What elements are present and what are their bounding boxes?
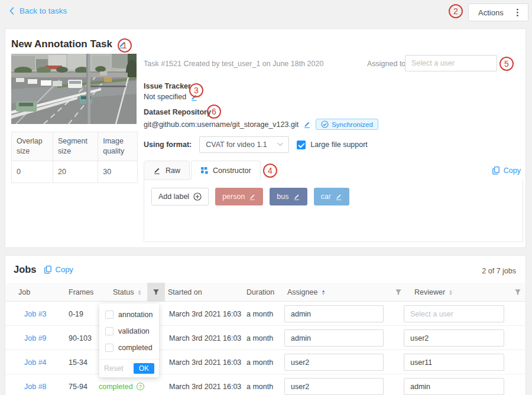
callout-6: 6 xyxy=(207,105,221,119)
using-format-label: Using format: xyxy=(144,141,192,149)
job-frames: 90-103 xyxy=(69,326,92,350)
job-link[interactable]: Job #9 xyxy=(24,326,47,350)
actions-button[interactable]: Actions ⋮ xyxy=(468,4,528,21)
assignee-filter-button[interactable] xyxy=(390,283,407,302)
column-reviewer[interactable]: Reviewer ▲▼ xyxy=(414,283,453,302)
issue-tracker-label: Issue Tracker xyxy=(144,82,191,90)
sync-badge-label: Synchronized xyxy=(332,121,373,128)
large-file-support-checkbox[interactable] xyxy=(297,141,306,149)
reviewer-input[interactable] xyxy=(404,378,504,395)
job-frames: 0-19 xyxy=(69,302,83,326)
job-status: completed ? xyxy=(99,374,144,395)
kebab-menu-icon[interactable]: ⋮ xyxy=(513,7,522,18)
tab-raw[interactable]: Raw xyxy=(144,161,190,180)
label-tag-bus[interactable]: bus xyxy=(270,188,307,205)
check-circle-icon xyxy=(321,120,329,128)
edit-repository-icon[interactable] xyxy=(303,120,311,128)
column-started-on: Started on xyxy=(168,283,202,302)
jobs-card: Jobs Copy 2 of 7 jobs Job Frames Status … xyxy=(5,255,526,395)
column-job: Job xyxy=(18,283,30,302)
filter-reset-button[interactable]: Reset xyxy=(104,364,124,373)
task-details-card: New Annotation Task 1 xyxy=(5,28,526,248)
label-tag-person-name: person xyxy=(222,192,245,201)
reviewer-sorter[interactable]: ▲▼ xyxy=(449,289,453,295)
chevron-left-icon xyxy=(8,6,15,15)
label-tag-car[interactable]: car xyxy=(314,188,349,205)
issue-tracker-value: Not specified xyxy=(144,93,186,101)
edit-label-icon[interactable] xyxy=(335,193,342,200)
blocks-icon xyxy=(200,167,208,174)
param-header-segment: Segment size xyxy=(53,132,98,161)
status-filter-button[interactable] xyxy=(147,283,165,302)
tab-raw-label: Raw xyxy=(166,167,180,175)
status-sorter[interactable]: ▲▼ xyxy=(137,289,141,295)
param-header-quality: Image quality xyxy=(98,132,138,161)
copy-labels-link[interactable]: Copy xyxy=(492,166,521,175)
assignee-input[interactable] xyxy=(284,354,384,371)
job-row: Job #8 75-94 completed ? March 3rd 2021 … xyxy=(5,374,525,395)
edit-label-icon[interactable] xyxy=(249,193,256,200)
reviewer-filter-button[interactable] xyxy=(509,283,527,302)
filter-option-validation[interactable]: validation xyxy=(99,323,159,339)
job-row: Job #9 90-103 March 3rd 2021 16:03 a mon… xyxy=(5,326,525,350)
copy-icon xyxy=(44,265,52,274)
jobs-table-header: Job Frames Status ▲▼ Started on Duration… xyxy=(5,283,525,302)
callout-2: 2 xyxy=(449,4,463,18)
filter-ok-button[interactable]: OK xyxy=(134,363,154,374)
assignee-input[interactable] xyxy=(284,329,384,347)
job-frames: 15-34 xyxy=(69,350,87,374)
large-file-support-label: Large file support xyxy=(310,141,368,149)
param-header-overlap: Overlap size xyxy=(12,132,53,161)
validation-checkbox[interactable] xyxy=(105,327,113,335)
param-value-segment: 20 xyxy=(53,161,98,182)
callout-3: 3 xyxy=(189,83,203,97)
task-assignee-input[interactable] xyxy=(405,55,497,71)
format-select[interactable]: CVAT for video 1.1 xyxy=(199,136,289,153)
label-tag-person[interactable]: person xyxy=(215,188,263,205)
filter-option-completed[interactable]: completed xyxy=(99,339,159,356)
edit-label-icon[interactable] xyxy=(293,193,300,200)
task-title: New Annotation Task xyxy=(11,38,112,50)
tab-constructor[interactable]: Constructor xyxy=(191,161,261,180)
jobs-count: 2 of 7 jobs xyxy=(482,267,516,275)
task-params-table: Overlap size Segment size Image quality … xyxy=(11,132,138,183)
sync-status-badge: Synchronized xyxy=(316,119,378,130)
tab-constructor-label: Constructor xyxy=(213,167,251,175)
job-link[interactable]: Job #3 xyxy=(24,302,47,326)
copy-icon xyxy=(492,166,500,175)
back-to-tasks-link[interactable]: Back to tasks xyxy=(8,6,67,15)
completed-checkbox[interactable] xyxy=(105,344,113,352)
param-value-quality: 30 xyxy=(98,161,138,182)
job-duration: a month xyxy=(246,350,273,374)
reviewer-input[interactable] xyxy=(404,305,504,322)
chevron-down-icon xyxy=(277,141,284,148)
column-status[interactable]: Status ▲▼ xyxy=(113,283,141,302)
job-started: March 3rd 2021 16:03 xyxy=(169,326,241,350)
labels-tabs: Raw Constructor Copy xyxy=(144,161,523,181)
label-tag-bus-name: bus xyxy=(277,192,288,201)
assignee-input[interactable] xyxy=(284,305,384,322)
assignee-input[interactable] xyxy=(284,378,384,395)
job-link[interactable]: Job #8 xyxy=(24,374,47,395)
back-to-tasks-label: Back to tasks xyxy=(20,6,67,15)
copy-jobs-label: Copy xyxy=(56,265,73,274)
label-tag-car-name: car xyxy=(321,192,331,201)
filter-option-annotation[interactable]: annotation xyxy=(99,306,159,323)
reviewer-input[interactable] xyxy=(404,354,504,371)
column-assignee[interactable]: Assignee ▲▼ xyxy=(287,283,325,302)
copy-jobs-link[interactable]: Copy xyxy=(44,265,73,274)
assignee-sorter[interactable]: ▲▼ xyxy=(321,289,325,295)
question-circle-icon: ? xyxy=(137,383,144,390)
pencil-icon xyxy=(153,167,161,174)
assigned-to-label: Assigned to xyxy=(367,60,406,68)
annotation-checkbox[interactable] xyxy=(105,311,113,319)
status-filter-dropdown: annotation validation completed Reset OK xyxy=(99,303,159,377)
add-label-button[interactable]: Add label xyxy=(151,188,209,205)
job-duration: a month xyxy=(246,374,273,395)
callout-4: 4 xyxy=(263,164,277,178)
callout-5: 5 xyxy=(499,57,514,71)
job-row: Job #4 15-34 March 3rd 2021 16:03 a mont… xyxy=(5,350,525,374)
job-link[interactable]: Job #4 xyxy=(24,350,47,374)
reviewer-input[interactable] xyxy=(404,329,504,347)
copy-labels-label: Copy xyxy=(504,167,521,175)
